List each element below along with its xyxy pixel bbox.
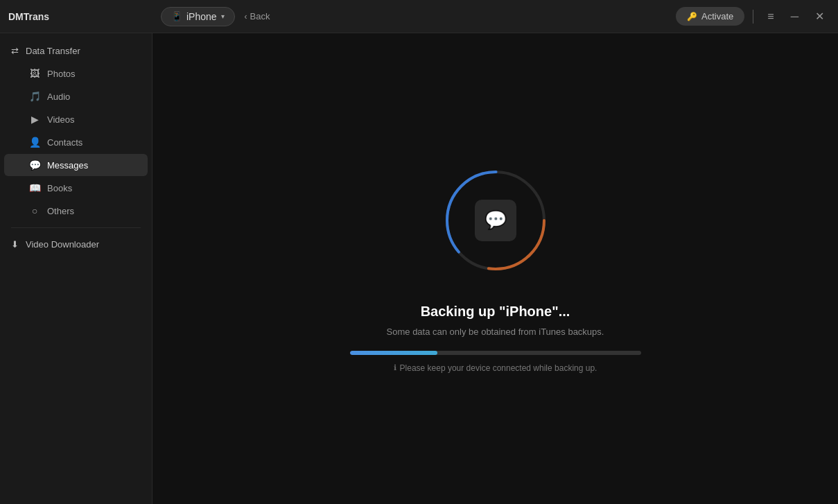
contacts-icon: 👤: [29, 137, 40, 148]
status-title: Backing up "iPhone"...: [421, 304, 570, 320]
data-transfer-label: Data Transfer: [26, 46, 80, 56]
minimize-button[interactable]: ─: [785, 8, 804, 26]
chevron-down-icon: ▾: [221, 12, 225, 20]
videos-label: Videos: [47, 114, 75, 125]
back-arrow-icon: ‹: [245, 12, 247, 21]
backup-spinner: 💬: [440, 165, 551, 276]
sidebar-item-audio[interactable]: 🎵 Audio: [4, 85, 148, 107]
sidebar-item-data-transfer[interactable]: ⇄ Data Transfer: [0, 40, 152, 62]
phone-icon: 📱: [171, 11, 182, 21]
video-downloader-icon: ⬇: [11, 239, 19, 250]
titlebar-divider: [753, 10, 753, 24]
title-bar: DMTrans 📱 iPhone ▾ ‹ Back 🔑 Activate ≡ ─…: [0, 0, 838, 33]
others-label: Others: [47, 206, 74, 216]
title-bar-right: 🔑 Activate ≡ ─ ✕: [676, 7, 830, 26]
device-selector[interactable]: 📱 iPhone ▾: [161, 7, 235, 26]
sidebar-item-books[interactable]: 📖 Books: [4, 177, 148, 199]
status-hint: ℹ Please keep your device connected whil…: [394, 363, 597, 373]
sidebar-item-others[interactable]: ○ Others: [4, 200, 148, 222]
audio-label: Audio: [47, 92, 70, 102]
close-button[interactable]: ✕: [810, 7, 830, 26]
back-label: Back: [250, 11, 270, 21]
back-button[interactable]: ‹ Back: [245, 11, 270, 21]
status-subtitle: Some data can only be obtained from iTun…: [387, 327, 604, 337]
books-icon: 📖: [29, 182, 40, 193]
info-icon: ℹ: [394, 363, 396, 372]
messages-icon: 💬: [29, 159, 40, 171]
progress-bar-fill: [350, 351, 437, 355]
sidebar-item-video-downloader[interactable]: ⬇ Video Downloader: [0, 234, 152, 255]
key-icon: 🔑: [687, 12, 697, 21]
hint-text: Please keep your device connected while …: [400, 363, 597, 373]
photos-icon: 🖼: [29, 68, 40, 79]
messages-center-icon: 💬: [475, 200, 516, 241]
sidebar-item-messages[interactable]: 💬 Messages: [4, 154, 148, 176]
sidebar-divider: [11, 227, 141, 228]
videos-icon: ▶: [29, 114, 40, 125]
data-transfer-icon: ⇄: [11, 46, 19, 56]
others-icon: ○: [29, 205, 40, 216]
main-content: 💬 Backing up "iPhone"... Some data can o…: [152, 33, 838, 504]
main-layout: ⇄ Data Transfer 🖼 Photos 🎵 Audio ▶ Video…: [0, 33, 838, 504]
activate-label: Activate: [701, 11, 733, 21]
menu-button[interactable]: ≡: [762, 8, 779, 26]
progress-bar-container: [350, 351, 641, 355]
books-label: Books: [47, 183, 72, 193]
contacts-label: Contacts: [47, 137, 82, 148]
sidebar: ⇄ Data Transfer 🖼 Photos 🎵 Audio ▶ Video…: [0, 33, 152, 504]
audio-icon: 🎵: [29, 91, 40, 102]
sidebar-item-contacts[interactable]: 👤 Contacts: [4, 131, 148, 153]
app-title: DMTrans: [8, 11, 161, 22]
activate-button[interactable]: 🔑 Activate: [676, 7, 744, 26]
sidebar-item-photos[interactable]: 🖼 Photos: [4, 62, 148, 85]
sidebar-item-videos[interactable]: ▶ Videos: [4, 108, 148, 130]
photos-label: Photos: [47, 69, 75, 79]
device-label: iPhone: [186, 11, 217, 22]
messages-label: Messages: [47, 160, 88, 171]
video-downloader-label: Video Downloader: [26, 239, 99, 250]
